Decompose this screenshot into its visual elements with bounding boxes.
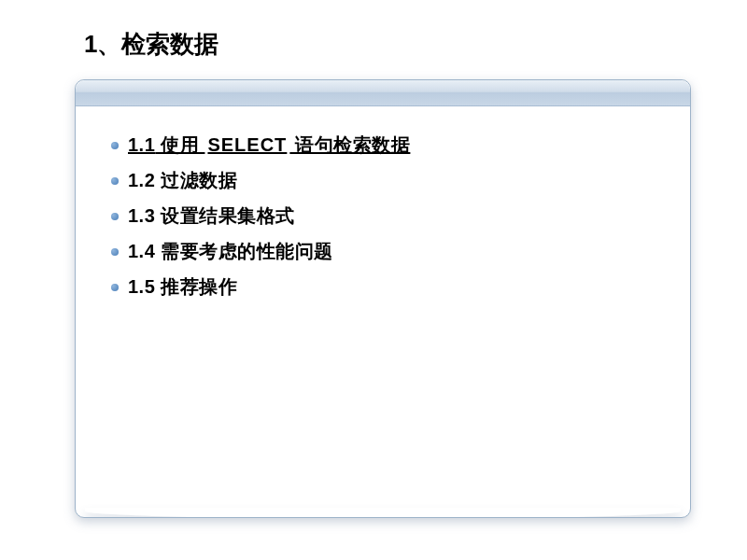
slide: 1、检索数据 1.1 使用 SELECT 语句检索数据1.2 过滤数据1.3 设… — [0, 0, 747, 560]
bullet-icon — [111, 248, 119, 256]
list-item[interactable]: 1.3 设置结果集格式 — [111, 203, 655, 229]
list-item[interactable]: 1.2 过滤数据 — [111, 168, 655, 193]
list-item[interactable]: 1.5 推荐操作 — [111, 274, 655, 300]
list-item-label: 1.2 过滤数据 — [128, 168, 237, 193]
content-box: 1.1 使用 SELECT 语句检索数据1.2 过滤数据1.3 设置结果集格式1… — [75, 79, 691, 518]
list-item-label: 1.1 使用 SELECT 语句检索数据 — [128, 133, 410, 158]
box-header — [76, 80, 690, 106]
bullet-icon — [111, 284, 119, 291]
list-item-label: 1.3 设置结果集格式 — [128, 203, 295, 229]
box-body: 1.1 使用 SELECT 语句检索数据1.2 过滤数据1.3 设置结果集格式1… — [76, 106, 690, 336]
bullet-icon — [111, 142, 119, 149]
bullet-icon — [111, 177, 119, 185]
list-item-label: 1.4 需要考虑的性能问题 — [128, 239, 333, 264]
slide-title: 1、检索数据 — [75, 28, 691, 61]
list-item[interactable]: 1.1 使用 SELECT 语句检索数据 — [111, 133, 655, 158]
list-item[interactable]: 1.4 需要考虑的性能问题 — [111, 239, 655, 264]
list-item-label: 1.5 推荐操作 — [128, 274, 237, 300]
bullet-icon — [111, 213, 119, 220]
box-shadow — [85, 508, 681, 518]
